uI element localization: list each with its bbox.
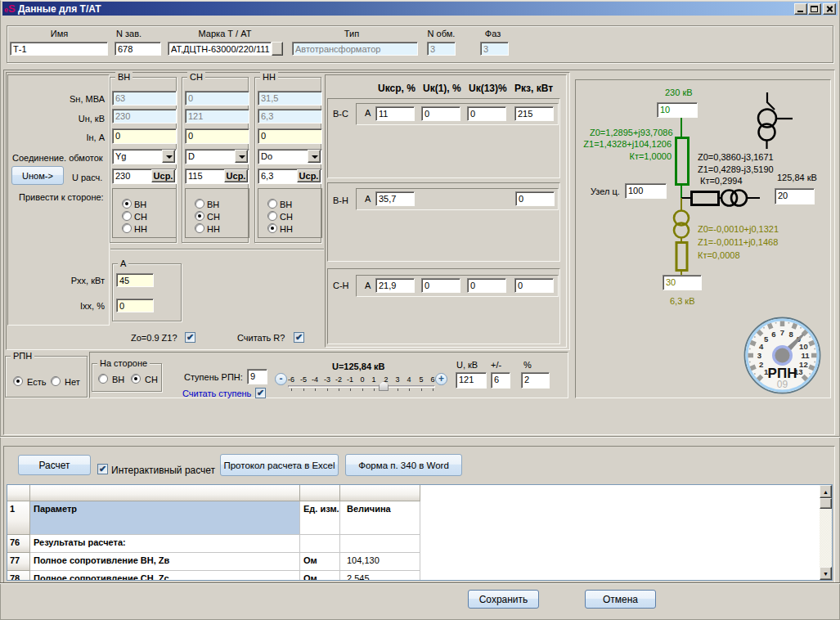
svg-text:2: 2 (759, 360, 763, 369)
svg-text:6: 6 (771, 330, 775, 339)
svg-text:09: 09 (777, 379, 788, 390)
svg-text:11: 11 (801, 351, 810, 360)
svg-text:3: 3 (757, 351, 761, 360)
svg-text:5: 5 (764, 335, 769, 344)
svg-text:7: 7 (780, 328, 784, 337)
svg-text:10: 10 (799, 342, 808, 351)
svg-text:4: 4 (759, 342, 764, 351)
svg-text:8: 8 (789, 330, 793, 339)
